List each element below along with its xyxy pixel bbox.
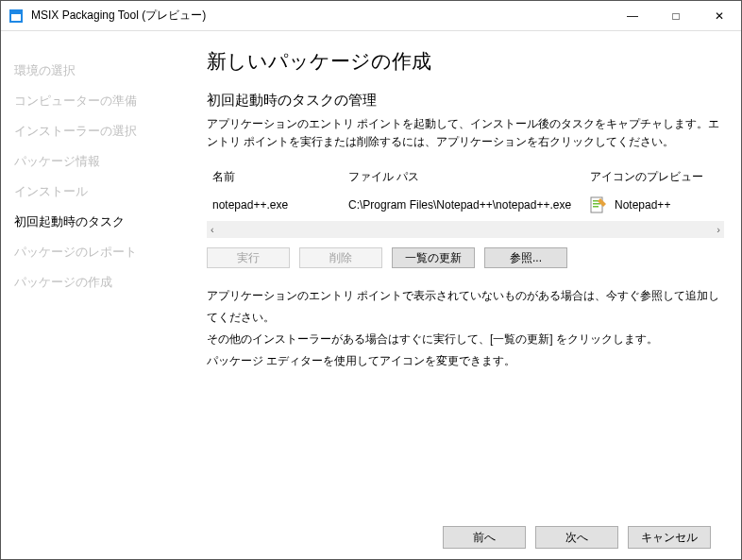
main-panel: 新しいパッケージの作成 初回起動時のタスクの管理 アプリケーションのエントリ ポ…	[190, 31, 741, 559]
cell-path: C:\Program Files\Notepad++\notepad++.exe	[348, 198, 590, 212]
cell-icon-preview: Notepad++	[590, 196, 724, 213]
window-title: MSIX Packaging Tool (プレビュー)	[31, 8, 611, 24]
close-button[interactable]: ✕	[698, 1, 741, 30]
notepadpp-icon	[590, 196, 607, 213]
sidebar: 環境の選択 コンピューターの準備 インストーラーの選択 パッケージ情報 インスト…	[1, 31, 190, 559]
svg-rect-5	[593, 203, 600, 205]
app-icon	[8, 8, 24, 24]
horizontal-scrollbar[interactable]: ‹ ›	[207, 221, 724, 238]
body: 環境の選択 コンピューターの準備 インストーラーの選択 パッケージ情報 インスト…	[1, 31, 741, 559]
titlebar: MSIX Packaging Tool (プレビュー) — □ ✕	[1, 1, 741, 31]
help-line: アプリケーションのエントリ ポイントで表示されていないものがある場合は、今すぐ参…	[207, 285, 724, 329]
wizard-footer: 前へ 次へ キャンセル	[207, 516, 724, 559]
sidebar-item-installer[interactable]: インストーラーの選択	[14, 116, 190, 146]
cell-icon-label: Notepad++	[615, 198, 670, 212]
table-row[interactable]: notepad++.exe C:\Program Files\Notepad++…	[207, 191, 724, 219]
section-subtitle: 初回起動時のタスクの管理	[207, 92, 724, 110]
help-line: パッケージ エディターを使用してアイコンを変更できます。	[207, 350, 724, 372]
cell-name: notepad++.exe	[207, 198, 348, 212]
prev-button[interactable]: 前へ	[443, 526, 526, 549]
cancel-button[interactable]: キャンセル	[628, 526, 711, 549]
col-header-name: 名前	[207, 169, 348, 185]
delete-button[interactable]: 削除	[299, 247, 382, 268]
sidebar-item-prepare[interactable]: コンピューターの準備	[14, 86, 190, 116]
browse-button[interactable]: 参照...	[484, 247, 567, 268]
refresh-button[interactable]: 一覧の更新	[392, 247, 475, 268]
scroll-right-icon[interactable]: ›	[717, 224, 720, 235]
next-button[interactable]: 次へ	[535, 526, 618, 549]
window-controls: — □ ✕	[611, 1, 741, 30]
scroll-left-icon[interactable]: ‹	[211, 224, 214, 235]
sidebar-item-install[interactable]: インストール	[14, 177, 190, 207]
col-header-path: ファイル パス	[348, 169, 590, 185]
minimize-button[interactable]: —	[611, 1, 654, 30]
sidebar-item-create[interactable]: パッケージの作成	[14, 267, 190, 297]
app-window: MSIX Packaging Tool (プレビュー) — □ ✕ 環境の選択 …	[0, 0, 742, 560]
col-header-icon-preview: アイコンのプレビュー	[590, 169, 724, 185]
help-line: その他のインストーラーがある場合はすぐに実行して、[一覧の更新] をクリックしま…	[207, 329, 724, 350]
sidebar-item-first-launch[interactable]: 初回起動時のタスク	[14, 207, 190, 237]
svg-rect-2	[11, 11, 21, 14]
action-buttons: 実行 削除 一覧の更新 参照...	[207, 247, 724, 268]
help-text: アプリケーションのエントリ ポイントで表示されていないものがある場合は、今すぐ参…	[207, 285, 724, 371]
svg-rect-6	[593, 206, 599, 208]
run-button[interactable]: 実行	[207, 247, 290, 268]
maximize-button[interactable]: □	[654, 1, 698, 30]
table-header: 名前 ファイル パス アイコンのプレビュー	[207, 163, 724, 191]
sidebar-item-environment[interactable]: 環境の選択	[14, 56, 190, 86]
sidebar-item-package-info[interactable]: パッケージ情報	[14, 146, 190, 177]
section-description: アプリケーションのエントリ ポイントを起動して、インストール後のタスクをキャプチ…	[207, 115, 724, 150]
page-title: 新しいパッケージの作成	[207, 48, 724, 75]
sidebar-item-report[interactable]: パッケージのレポート	[14, 237, 190, 267]
